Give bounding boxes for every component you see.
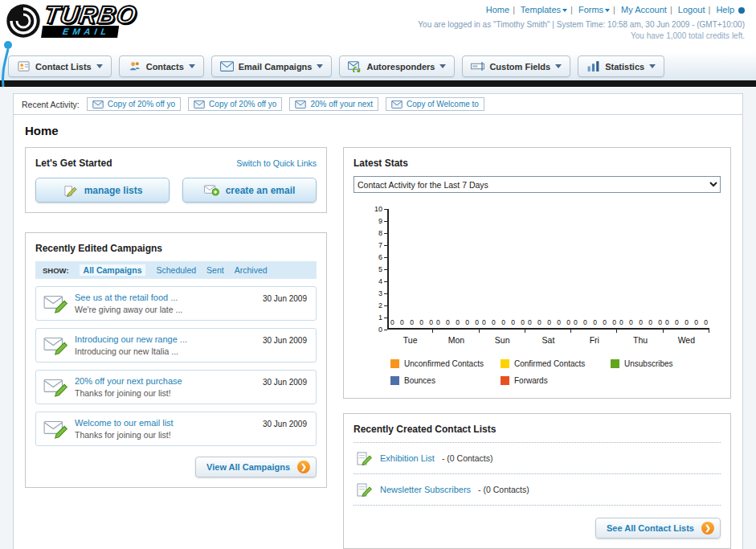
legend-swatch [611, 359, 619, 368]
recent-activity-link[interactable]: Copy of Welcome to [407, 100, 479, 109]
see-all-contact-lists-button[interactable]: See All Contact Lists ❯ [595, 518, 721, 539]
campaign-title-link[interactable]: Introducing our new range ... [75, 334, 243, 344]
nav-tabs: Contact Lists Contacts Email Campaigns A… [8, 55, 748, 80]
y-axis-label: 7 [378, 241, 387, 249]
campaign-filter-bar: SHOW: All Campaigns Scheduled Sent Archi… [35, 261, 317, 279]
top-link-home[interactable]: Home [486, 5, 509, 14]
tab-custom-fields[interactable]: Custom Fields [462, 55, 570, 77]
top-link-help[interactable]: Help [716, 5, 734, 14]
top-link-my-account[interactable]: My Account [621, 5, 667, 14]
recent-activity-item[interactable]: Copy of Welcome to [386, 97, 484, 111]
y-axis-label: 6 [378, 253, 387, 261]
tab-autoresponders[interactable]: Autoresponders [339, 55, 455, 77]
chart-day-row: TueMonSunSatFriThuWed [387, 335, 709, 345]
campaign-subtitle: Thanks for joining our list! [75, 388, 243, 398]
contact-list-item[interactable]: Newsletter Subscribers - (0 Contacts) [353, 474, 721, 506]
chevron-down-icon [96, 64, 103, 68]
edit-list-icon [356, 481, 373, 498]
tab-email-campaigns[interactable]: Email Campaigns [211, 55, 333, 77]
y-axis-label: 2 [378, 301, 387, 309]
view-all-campaigns-button[interactable]: View All Campaigns ❯ [195, 457, 317, 477]
tab-contacts[interactable]: Contacts [119, 55, 204, 77]
chart-value-group: 0 0 0 0 0 [618, 318, 664, 326]
get-started-title: Let's Get Started [35, 158, 112, 169]
content-frame: Recent Activity: Copy of 20% off yo Copy… [13, 93, 743, 549]
y-axis-label: 4 [378, 277, 387, 285]
campaign-title-link[interactable]: See us at the retail food ... [75, 293, 243, 302]
create-email-button[interactable]: create an email [182, 178, 317, 203]
email-icon [92, 100, 104, 109]
legend-swatch [501, 376, 509, 385]
main-navigation: Contact Lists Contacts Email Campaigns A… [0, 51, 756, 80]
recent-activity-item[interactable]: Copy of 20% off yo [87, 97, 181, 111]
contacts-icon [128, 60, 141, 72]
chevron-down-icon [555, 64, 562, 68]
y-axis-label: 8 [378, 229, 387, 237]
show-label: SHOW: [43, 266, 69, 275]
campaign-edit-icon [43, 418, 69, 440]
chart-value-group: 0 0 0 0 0 [389, 318, 435, 326]
tab-statistics[interactable]: Statistics [578, 55, 664, 77]
manage-lists-button[interactable]: manage lists [35, 178, 170, 203]
legend-label: Bounces [404, 376, 435, 385]
legend-swatch [501, 359, 509, 368]
legend-label: Unsubscribes [624, 359, 673, 368]
link-separator: | [570, 5, 573, 14]
latest-stats-panel: Latest Stats Contact Activity for the La… [343, 147, 731, 399]
campaign-item[interactable]: Welcome to our email list Thanks for joi… [35, 412, 317, 446]
contact-activity-chart: 109876543210 0 0 0 0 00 0 0 0 00 0 0 0 0… [353, 209, 721, 345]
arrow-right-icon: ❯ [701, 522, 714, 535]
tab-contact-lists[interactable]: Contact Lists [8, 55, 112, 77]
x-axis-label: Sat [525, 335, 571, 345]
contact-list-item[interactable]: Exhibition List - (0 Contacts) [353, 443, 721, 474]
recently-created-contact-lists-panel: Recently Created Contact Lists Exhibitio… [343, 413, 731, 549]
campaign-date: 30 Jun 2009 [263, 378, 307, 387]
recent-activity-link[interactable]: 20% off your next [310, 100, 373, 109]
switch-quick-links-link[interactable]: Switch to Quick Links [236, 158, 317, 168]
legend-item: Unsubscribes [611, 359, 721, 368]
campaign-item[interactable]: Introducing our new range ... Introducin… [35, 328, 317, 363]
recent-activity-link[interactable]: Copy of 20% off yo [108, 100, 175, 109]
legend-item: Bounces [390, 376, 501, 385]
top-right-area: Home| Templates| Forms| My Account| Logo… [418, 5, 745, 40]
logo-subtitle: EMAIL [41, 26, 119, 38]
top-bar: TURBO EMAIL Home| Templates| Forms| My A… [0, 0, 756, 51]
campaign-date: 30 Jun 2009 [263, 294, 307, 303]
page-title: Home [14, 115, 742, 137]
logo-title: TURBO [43, 4, 138, 27]
filter-archived[interactable]: Archived [235, 265, 268, 275]
chart-y-axis: 109876543210 [368, 209, 387, 330]
chevron-down-icon [439, 64, 446, 68]
page: TURBO EMAIL Home| Templates| Forms| My A… [0, 0, 756, 549]
contact-list-name-link[interactable]: Exhibition List [380, 453, 435, 463]
campaign-item[interactable]: 20% off your next purchase Thanks for jo… [35, 370, 317, 404]
top-link-templates[interactable]: Templates [521, 5, 567, 14]
top-link-logout[interactable]: Logout [678, 5, 705, 14]
contact-lists-panel-title: Recently Created Contact Lists [353, 424, 721, 443]
campaign-title-link[interactable]: 20% off your next purchase [75, 376, 243, 386]
contact-lists-icon [17, 60, 31, 72]
filter-sent[interactable]: Sent [206, 265, 224, 275]
chart-value-group: 0 0 0 0 0 [480, 318, 526, 326]
session-info: You are logged in as "Timothy Smith" | S… [418, 20, 745, 29]
recent-activity-item[interactable]: 20% off your next [289, 97, 378, 111]
campaign-title-link[interactable]: Welcome to our email list [75, 418, 243, 428]
recent-activity-item[interactable]: Copy of 20% off yo [188, 97, 282, 111]
chart-plot-column: 0 0 0 0 00 0 0 0 00 0 0 0 00 0 0 0 00 0 … [387, 209, 709, 345]
contact-list-name-link[interactable]: Newsletter Subscribers [380, 485, 471, 494]
y-axis-label: 9 [378, 217, 387, 225]
logo-swirl-icon [5, 2, 42, 39]
legend-item: Forwards [501, 376, 611, 385]
y-axis-label: 3 [378, 289, 387, 297]
filter-scheduled[interactable]: Scheduled [156, 265, 196, 275]
filter-all-campaigns[interactable]: All Campaigns [80, 264, 146, 276]
left-column: Let's Get Started Switch to Quick Links … [25, 147, 327, 488]
recent-activity-link[interactable]: Copy of 20% off yo [209, 100, 276, 109]
chart-x-ticks [387, 330, 709, 333]
link-separator: | [708, 5, 710, 14]
stats-period-select[interactable]: Contact Activity for the Last 7 Days [353, 176, 721, 193]
chart-plot-area: 0 0 0 0 00 0 0 0 00 0 0 0 00 0 0 0 00 0 … [387, 209, 709, 330]
nav-divider-bar [0, 80, 756, 87]
campaign-item[interactable]: See us at the retail food ... We're givi… [35, 286, 317, 321]
top-link-forms[interactable]: Forms [578, 5, 610, 14]
